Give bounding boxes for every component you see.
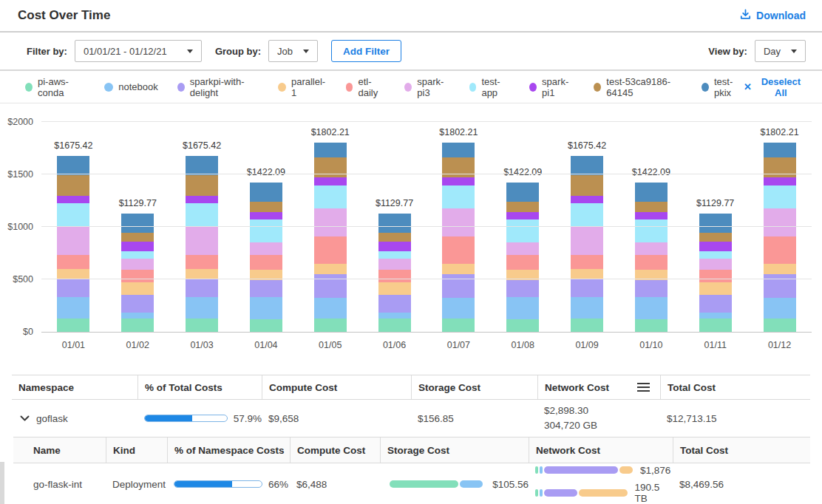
legend-item-notebook[interactable]: notebook: [104, 81, 158, 92]
col-network-cost[interactable]: Network Cost: [529, 437, 673, 463]
group-by-dropdown[interactable]: Job: [268, 40, 318, 62]
date-range-dropdown[interactable]: 01/01/21 - 01/12/21: [75, 40, 202, 62]
col-storage-cost[interactable]: Storage Cost: [411, 375, 537, 399]
storage-breakdown-bar: [390, 480, 485, 488]
bar-segment-etl-daily: [186, 255, 218, 268]
bar-segment-parallel-1: [378, 282, 411, 295]
download-button[interactable]: Download: [740, 9, 806, 22]
bar-segment-pi-aws-conda: [699, 319, 732, 332]
date-range-value: 01/01/21 - 01/12/21: [84, 46, 167, 57]
bar-segment-parallel-1: [442, 264, 475, 274]
y-axis-tick-label: $0: [23, 327, 33, 337]
legend-label: notebook: [118, 81, 158, 92]
bar-segment-spark-pi1: [250, 212, 282, 219]
bar-segment-spark-pi1: [506, 212, 539, 219]
col-total-cost[interactable]: Total Cost: [660, 375, 810, 399]
bar-total-label: $1422.09: [632, 167, 670, 177]
breakdown-segment: [619, 466, 634, 474]
col-namespace[interactable]: Namespace: [12, 375, 137, 399]
legend-item-spark-pi3[interactable]: spark-pi3: [404, 76, 449, 98]
page-title: Cost Over Time: [18, 8, 110, 23]
bar-segment-sparkpi-with-delight: [57, 279, 89, 297]
col-compute-cost[interactable]: Compute Cost: [262, 375, 411, 399]
col-compute-cost[interactable]: Compute Cost: [290, 437, 380, 463]
bar-segment-etl-daily: [571, 255, 603, 268]
progress-bar: [174, 480, 262, 488]
legend-label: pi-aws-conda: [38, 76, 85, 98]
col-network-cost[interactable]: Network Cost: [537, 375, 660, 399]
bar-segment-pi-aws-conda: [378, 319, 411, 332]
add-filter-button[interactable]: Add Filter: [331, 40, 401, 62]
network-usage-value: 190.5 TB: [635, 482, 673, 504]
col-name[interactable]: Name: [13, 437, 106, 463]
col-kind[interactable]: Kind: [106, 437, 167, 463]
legend-item-spark-pi1[interactable]: spark-pi1: [529, 76, 574, 98]
bar-segment-notebook: [699, 313, 732, 319]
compute-cost-value: $9,658: [262, 413, 411, 424]
bar-segment-test-53ca9186-64145: [506, 202, 539, 212]
cost-tables: Namespace % of Total Costs Compute Cost …: [0, 375, 822, 504]
legend-label: test-app: [481, 76, 510, 98]
bar-segment-test-pkix: [699, 214, 732, 233]
namespace-expander[interactable]: goflask: [12, 413, 137, 424]
y-axis-tick-label: $2000: [7, 117, 33, 127]
bar-segment-test-pkix: [442, 143, 475, 157]
chevron-down-icon[interactable]: [20, 413, 30, 424]
bar-segment-pi-aws-conda: [571, 319, 603, 332]
col-total-cost[interactable]: Total Cost: [673, 437, 810, 463]
bar-segment-spark-pi3: [764, 208, 796, 236]
y-axis-tick-label: $1500: [7, 169, 33, 180]
gridline: [41, 121, 812, 122]
legend-item-parallel-1[interactable]: parallel-1: [278, 76, 326, 98]
stacked-bar-01/04: $1422.0901/04: [250, 183, 282, 332]
cost-over-time-panel: Cost Over Time Download Filter by: 01/01…: [0, 0, 822, 504]
bar-segment-pi-aws-conda: [314, 319, 347, 332]
legend-item-test-pkix[interactable]: test-pkix: [702, 76, 744, 98]
bar-total-label: $1802.21: [439, 127, 478, 137]
bar-total-label: $1675.42: [183, 140, 221, 151]
bar-segment-test-pkix: [57, 156, 89, 175]
bar-segment-pi-aws-conda: [57, 319, 89, 332]
col-storage-cost[interactable]: Storage Cost: [380, 437, 529, 463]
legend-item-sparkpi-with-delight[interactable]: sparkpi-with-delight: [177, 76, 259, 98]
legend-item-test-53ca9186-64145[interactable]: test-53ca9186-64145: [594, 76, 682, 98]
network-cost-breakdown-bar: [535, 466, 634, 474]
stacked-bar-01/11: $1129.7701/11: [699, 214, 732, 332]
x-axis-tick-label: 01/05: [319, 340, 342, 350]
col-pct-namespace-costs[interactable]: % of Namespace Costs: [167, 437, 290, 463]
bar-segment-spark-pi3: [250, 242, 282, 255]
x-axis-tick-label: 01/09: [575, 340, 598, 350]
legend-label: spark-pi1: [542, 76, 574, 98]
bar-segment-notebook: [250, 297, 282, 319]
storage-cost-value: $156.85: [411, 413, 537, 424]
col-pct-total-costs[interactable]: % of Total Costs: [137, 375, 262, 399]
bar-segment-pi-aws-conda: [121, 319, 154, 332]
workload-kind: Deployment: [106, 479, 167, 490]
stacked-bar-01/12: $1802.2101/12: [764, 143, 796, 332]
gridline: [41, 226, 812, 227]
view-by-dropdown[interactable]: Day: [755, 40, 806, 62]
gridline: [41, 279, 812, 279]
legend-label: parallel-1: [291, 76, 327, 98]
bar-total-label: $1802.21: [760, 127, 798, 137]
bar-segment-etl-daily: [378, 270, 411, 283]
legend-item-test-app[interactable]: test-app: [469, 76, 511, 98]
bar-segment-test-app: [442, 185, 475, 208]
deselect-all-button[interactable]: ✕ Deselect All: [744, 76, 804, 98]
column-menu-icon[interactable]: [637, 383, 650, 392]
bar-segment-pi-aws-conda: [442, 319, 475, 332]
legend-swatch: [702, 83, 709, 92]
gridline: [41, 174, 812, 174]
legend-item-pi-aws-conda[interactable]: pi-aws-conda: [25, 76, 85, 98]
bar-segment-test-pkix: [571, 156, 603, 175]
bar-segment-test-pkix: [378, 214, 411, 233]
total-cost-value: $12,713.15: [660, 413, 810, 424]
legend-label: spark-pi3: [417, 76, 449, 98]
legend-item-etl-daily[interactable]: etl-daily: [346, 76, 386, 98]
bar-segment-notebook: [186, 297, 218, 319]
bar-segment-notebook: [442, 298, 475, 319]
bar-segment-test-app: [121, 251, 154, 259]
workload-table-header: Name Kind % of Namespace Costs Compute C…: [13, 437, 810, 463]
namespace-table-header: Namespace % of Total Costs Compute Cost …: [12, 375, 810, 400]
bar-segment-test-app: [571, 203, 603, 227]
